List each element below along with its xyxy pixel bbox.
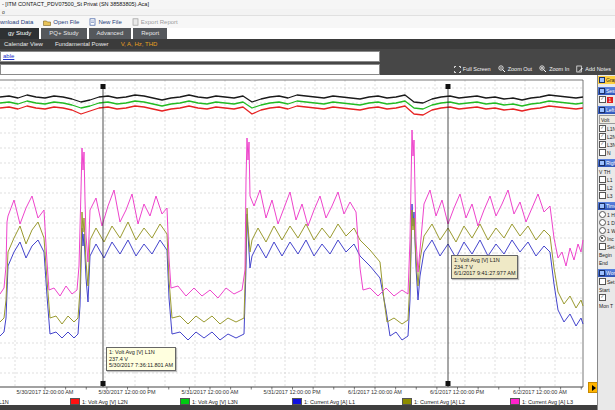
sidebar-label: Set: [607,279,615,285]
sidebar-label: Left [606,107,614,113]
legend-item-1-volt-avg-v-l1n[interactable]: 1: Volt Avg [V] L1N [0,398,9,405]
sidebar-check-l1n[interactable]: ✓L1N [598,125,615,132]
tab-advanced[interactable]: Advanced [89,28,132,39]
add-notes-button[interactable]: Add Notes [576,65,611,73]
subnav-calendar-view[interactable]: Calendar View [4,41,43,47]
checkbox[interactable] [599,243,606,250]
checkbox[interactable]: ✓ [599,141,606,148]
sidebar-check-set[interactable]: Set: [598,243,615,250]
full-screen-button[interactable]: Full Screen [454,66,491,73]
tooltip-line: 5/30/2017 7:36:11.801 AM [109,362,173,369]
checkbox[interactable]: ✓ [599,294,606,301]
sidebar-check-n[interactable]: N [598,149,615,156]
download-data-button[interactable]: wnload Data [0,19,33,25]
legend-label: 1: Current Avg [A] L1 [304,399,355,405]
checkbox[interactable] [599,149,606,156]
new-file-icon [89,18,96,26]
chart-toolbar: Full Screen Zoom Out Zoom In Add Notes [454,64,611,74]
new-file-button[interactable]: New File [89,18,121,26]
settings-sidebar: GrapSess✓1LeftVolt✓L1N✓L2N✓L3NNRighV THL… [597,75,615,410]
sidebar-check-l1[interactable]: L1 [598,176,615,183]
sidebar-radio-1-d[interactable]: 1 D [598,219,615,226]
legend-label: 1: Current Avg [A] L3 [522,399,573,405]
sidebar-checkbadge-1[interactable]: ✓1 [598,96,615,103]
legend-item-1-volt-avg-v-l2n[interactable]: 1: Volt Avg [V] L2N [70,398,128,405]
zoom-in-button[interactable]: Zoom In [539,65,569,73]
cursor-handle-top[interactable] [446,84,451,89]
sidebar-check-l2[interactable]: L2 [598,184,615,191]
legend-swatch [180,398,190,405]
sidebar-check-l3n[interactable]: ✓L3N [598,141,615,148]
cursor-2[interactable] [446,84,451,387]
sidebar-header-sess[interactable]: Sess [598,87,615,95]
checkbox[interactable] [599,176,606,183]
zoom-out-button[interactable]: Zoom Out [498,65,532,73]
legend-item-1-current-avg-a-l2[interactable]: 1: Current Avg [A] L2 [402,398,465,405]
legend-item-1-volt-avg-v-l3n[interactable]: 1: Volt Avg [V] L3N [180,398,238,405]
cursor-handle-bottom[interactable] [101,381,106,386]
sidebar-header-time[interactable]: Time [598,202,615,210]
parameter-combo[interactable] [0,64,380,75]
legend-item-1-current-avg-a-l3[interactable]: 1: Current Avg [A] L3 [510,398,573,405]
export-report-label: Export Report [141,19,178,25]
cursor-handle-top[interactable] [101,84,106,89]
cursor-handle-bottom[interactable] [446,381,451,386]
sidebar-label: Volt [601,117,609,123]
sidebar-header-left[interactable]: Left [598,106,615,114]
sidebar-label-v-th: V TH [598,168,615,175]
legend-label: 1: Volt Avg [V] L3N [192,399,238,405]
full-screen-icon [454,66,461,73]
export-report-button[interactable]: Export Report [132,18,178,26]
tab-pq-study[interactable]: PQ+ Study [41,28,86,39]
radio-button[interactable] [599,235,606,242]
bottom-strip [0,405,597,410]
sidebar-label: L3N [607,142,615,148]
legend-swatch [510,398,520,405]
view-mode-combo[interactable]: able [0,51,380,62]
checkbox[interactable] [599,278,606,285]
sidebar-check-item[interactable]: ✓ [598,294,615,301]
radio-button[interactable] [599,211,606,218]
checkbox[interactable] [599,184,606,191]
x-tick-label: 6/1/2017 12:00:00 PM [421,389,493,395]
tab-report[interactable]: Report [133,28,167,39]
sidebar-label: V TH [599,169,610,175]
x-tick-label: 6/1/2017 12:00:00 AM [339,389,411,395]
panel-icon [599,203,605,209]
sidebar-radio-inc[interactable]: Inc [598,235,615,242]
sidebar-tab-volt[interactable]: Volt [599,115,615,124]
open-file-button[interactable]: Open File [43,19,79,26]
checkbox[interactable]: ✓ [599,125,606,132]
x-tick-label: 6/2/2017 12:00:00 AM [504,389,576,395]
trend-chart[interactable] [0,75,615,410]
sidebar-header-righ[interactable]: Righ [598,159,615,167]
sidebar-label: Grap [606,77,615,83]
full-screen-label: Full Screen [463,66,491,72]
checkbox[interactable]: ✓ [599,96,606,103]
legend-label: 1: Current Avg [A] L2 [414,399,465,405]
radio-button[interactable] [599,227,606,234]
checkbox[interactable]: ✓ [599,133,606,140]
sidebar-label: Time [606,203,615,209]
radio-button[interactable] [599,219,606,226]
panel-icon [599,88,605,94]
checkbox[interactable] [599,192,606,199]
subnav-fundamental-power[interactable]: Fundamental Power [55,41,109,47]
sidebar-radio-1-h[interactable]: 1 H [598,211,615,218]
menu-bar[interactable]: o [0,9,615,16]
download-data-label: wnload Data [0,19,33,25]
zoom-out-label: Zoom Out [508,66,532,72]
legend-label: 1: Volt Avg [V] L2N [82,399,128,405]
subnav-v-a-hz-thd[interactable]: V, A, Hz, THD [121,41,158,47]
table-link[interactable]: able [3,53,14,59]
tab-energy-study[interactable]: gy Study [0,28,39,39]
sidebar-check-l3[interactable]: L3 [598,192,615,199]
sidebar-header-work[interactable]: Work [598,269,615,277]
sidebar-check-set[interactable]: Set: [598,278,615,285]
sidebar-radio-1-w[interactable]: 1 W [598,227,615,234]
sidebar-label: L1N [607,126,615,132]
window-title: - [ITM CONTACT_PDV07500_St Privat (SN 38… [0,0,615,9]
sidebar-check-l2n[interactable]: ✓L2N [598,133,615,140]
sidebar-app-grap[interactable]: Grap [598,76,615,84]
legend-item-1-current-avg-a-l1[interactable]: 1: Current Avg [A] L1 [292,398,355,405]
